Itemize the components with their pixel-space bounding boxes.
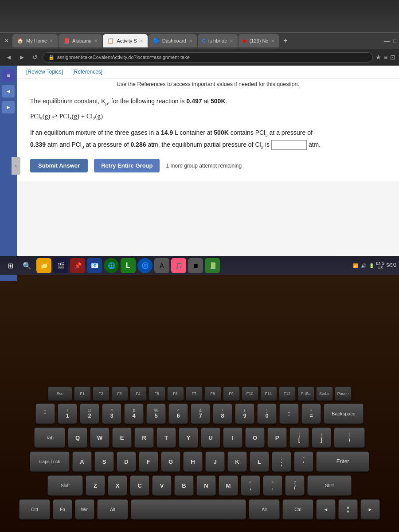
collapse-sidebar-button[interactable]: ‹ xyxy=(12,157,20,175)
key-period[interactable]: >. xyxy=(263,475,282,496)
key-f11[interactable]: F11 xyxy=(260,387,277,401)
back-button[interactable]: ◄ xyxy=(4,53,14,62)
tab-123-nc-close[interactable]: ✕ xyxy=(271,39,274,43)
key-win[interactable]: Win xyxy=(75,499,94,520)
key-z[interactable]: Z xyxy=(86,475,105,496)
key-m[interactable]: M xyxy=(219,475,238,496)
key-x[interactable]: X xyxy=(108,475,127,496)
tab-activity-close[interactable]: ✕ xyxy=(140,39,143,43)
bookmark-icon[interactable]: ★ xyxy=(376,54,381,61)
key-f2[interactable]: F2 xyxy=(93,387,110,401)
key-g[interactable]: G xyxy=(161,451,180,472)
sidebar-btn-1[interactable]: ≡ xyxy=(2,69,15,82)
references-link[interactable]: [References] xyxy=(72,69,102,75)
key-i[interactable]: I xyxy=(223,427,243,448)
start-button[interactable]: ⊞ xyxy=(3,258,18,273)
taskbar-l-app[interactable]: L xyxy=(121,258,136,273)
key-b[interactable]: B xyxy=(174,475,194,496)
key-q[interactable]: Q xyxy=(68,427,87,448)
key-8[interactable]: *8 xyxy=(213,403,232,424)
key-f9[interactable]: F9 xyxy=(223,387,240,401)
taskbar-stop[interactable]: ⏹ xyxy=(188,258,203,273)
tab-alabama-close[interactable]: ✕ xyxy=(94,39,98,43)
key-enter[interactable]: Enter xyxy=(316,451,369,472)
key-esc[interactable]: Esc xyxy=(48,387,72,401)
key-w[interactable]: W xyxy=(90,427,110,448)
key-a[interactable]: A xyxy=(72,451,92,472)
taskbar-pin[interactable]: 📌 xyxy=(70,258,85,273)
key-n[interactable]: N xyxy=(196,475,216,496)
key-lbracket[interactable]: {[ xyxy=(289,427,309,448)
key-p[interactable]: P xyxy=(267,427,287,448)
taskbar-green-app[interactable]: 📗 xyxy=(205,258,220,273)
key-v[interactable]: V xyxy=(152,475,172,496)
tab-alabama[interactable]: 📕 Alabama ✕ xyxy=(59,34,102,47)
browser-close-x[interactable]: ✕ xyxy=(2,38,12,44)
tab-dashboard[interactable]: 🔵 Dashboard ✕ xyxy=(149,34,197,47)
forward-button[interactable]: ► xyxy=(17,53,27,62)
key-s[interactable]: S xyxy=(94,451,114,472)
submit-answer-button[interactable]: Submit Answer xyxy=(30,159,88,172)
address-bar[interactable]: 🔒 assignment/takeCovalentActivity.do?loc… xyxy=(43,52,373,63)
key-y[interactable]: Y xyxy=(179,427,198,448)
key-lctrl[interactable]: Ctrl xyxy=(19,499,50,520)
key-1[interactable]: !1 xyxy=(58,403,77,424)
taskbar-edge[interactable]: 🌀 xyxy=(137,258,153,273)
key-backspace[interactable]: Backspace xyxy=(324,403,364,424)
key-pause[interactable]: Pause xyxy=(335,387,352,401)
key-3[interactable]: #3 xyxy=(102,403,121,424)
key-f8[interactable]: F8 xyxy=(204,387,221,401)
key-f7[interactable]: F7 xyxy=(186,387,203,401)
key-0[interactable]: )0 xyxy=(257,403,277,424)
minimize-button[interactable]: — xyxy=(384,37,390,44)
search-button[interactable]: 🔍 xyxy=(20,258,35,273)
key-f1[interactable]: F1 xyxy=(74,387,91,401)
key-backslash[interactable]: |\ xyxy=(334,427,365,448)
key-updown[interactable]: ▲▼ xyxy=(338,499,358,520)
key-4[interactable]: $4 xyxy=(124,403,144,424)
review-topics-link[interactable]: [Review Topics] xyxy=(26,68,63,75)
settings-icon[interactable]: ⊡ xyxy=(390,54,395,61)
answer-input[interactable] xyxy=(271,140,307,150)
taskbar-music[interactable]: 🎵 xyxy=(171,258,186,273)
key-comma[interactable]: <, xyxy=(241,475,260,496)
key-lshift[interactable]: Shift xyxy=(47,475,83,496)
key-f6[interactable]: F6 xyxy=(167,387,184,401)
key-rshift[interactable]: Shift xyxy=(307,475,352,496)
key-rctrl[interactable]: Ctrl xyxy=(282,499,313,520)
key-2[interactable]: @2 xyxy=(80,403,99,424)
key-quote[interactable]: "' xyxy=(294,451,313,472)
key-j[interactable]: J xyxy=(205,451,225,472)
key-d[interactable]: D xyxy=(117,451,136,472)
key-l[interactable]: L xyxy=(250,451,269,472)
key-ralt[interactable]: Alt xyxy=(249,499,280,520)
key-e[interactable]: E xyxy=(112,427,132,448)
key-6[interactable]: ^6 xyxy=(168,403,188,424)
taskbar-ai[interactable]: A xyxy=(154,258,169,273)
menu-icon[interactable]: ≡ xyxy=(384,54,387,61)
key-space[interactable] xyxy=(131,499,246,520)
key-r[interactable]: R xyxy=(134,427,154,448)
tab-my-home[interactable]: 🏠 My Home ✕ xyxy=(12,34,58,47)
tab-activity[interactable]: 📋 Activity S ✕ xyxy=(103,34,147,47)
key-rbracket[interactable]: }] xyxy=(312,427,331,448)
key-caps[interactable]: Caps Lock xyxy=(30,451,70,472)
taskbar-camera[interactable]: 🎬 xyxy=(53,258,68,273)
key-o[interactable]: O xyxy=(245,427,265,448)
key-f[interactable]: F xyxy=(139,451,158,472)
key-f4[interactable]: F4 xyxy=(130,387,147,401)
key-t[interactable]: T xyxy=(156,427,176,448)
key-right[interactable]: ► xyxy=(360,499,380,520)
key-backtick[interactable]: ~` xyxy=(35,403,55,424)
key-c[interactable]: C xyxy=(130,475,149,496)
maximize-button[interactable]: □ xyxy=(394,37,397,44)
taskbar-files[interactable]: 📁 xyxy=(36,258,51,273)
refresh-button[interactable]: ↺ xyxy=(30,53,40,62)
sidebar-btn-3[interactable]: ► xyxy=(2,101,15,113)
tab-dashboard-close[interactable]: ✕ xyxy=(189,39,192,43)
key-7[interactable]: &7 xyxy=(191,403,210,424)
tab-123-nc[interactable]: ▶ (123) Nc ✕ xyxy=(239,34,279,47)
key-scrlk[interactable]: ScrLk xyxy=(316,387,333,401)
new-tab-button[interactable]: + xyxy=(280,37,291,45)
key-equals[interactable]: += xyxy=(301,403,321,424)
